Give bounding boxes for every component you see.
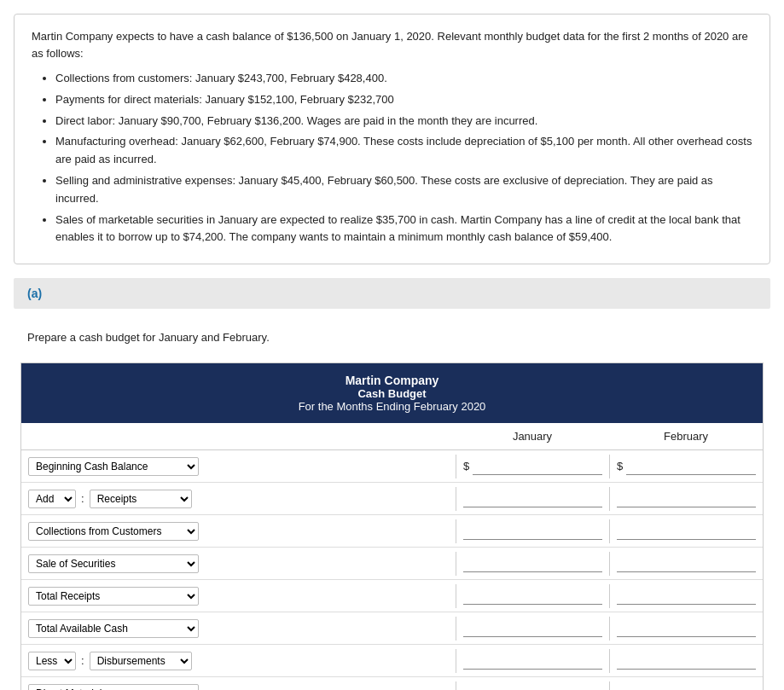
problem-box: Martin Company expects to have a cash ba…: [14, 14, 770, 264]
row-label-collections: Collections from Customers: [21, 517, 456, 546]
feb-input-total-receipts[interactable]: [617, 588, 756, 605]
budget-rows: Beginning Cash Balance$$AddLess:Receipts…: [21, 450, 763, 690]
jan-cell-collections: [456, 519, 609, 543]
label-column-header: [21, 423, 456, 449]
jan-cell-sale-securities: [456, 552, 609, 576]
label-select-total-available-cash[interactable]: Total Available Cash: [28, 619, 199, 638]
section-a-label: (a): [14, 278, 770, 309]
february-column-header: February: [609, 423, 763, 449]
label-select-sale-securities[interactable]: Sale of Securities: [28, 554, 199, 573]
feb-cell-less-disbursements: [609, 649, 763, 673]
feb-input-beginning-cash[interactable]: [626, 458, 756, 475]
company-name: Martin Company: [28, 374, 756, 387]
jan-input-add-receipts[interactable]: [463, 490, 602, 507]
label-select-direct-materials[interactable]: Direct Materials: [28, 684, 199, 690]
colon-add-receipts: :: [81, 492, 84, 505]
bullet-item: Selling and administrative expenses: Jan…: [55, 172, 752, 208]
label-select-beginning-cash[interactable]: Beginning Cash Balance: [28, 457, 199, 476]
jan-input-beginning-cash[interactable]: [473, 458, 602, 475]
feb-cell-add-receipts: [609, 487, 763, 511]
problem-bullets: Collections from customers: January $243…: [32, 70, 752, 246]
jan-input-total-receipts[interactable]: [463, 588, 602, 605]
feb-cell-sale-securities: [609, 552, 763, 576]
budget-row-beginning-cash: Beginning Cash Balance$$: [21, 450, 763, 483]
category-select-add-receipts[interactable]: ReceiptsDisbursements: [90, 490, 192, 508]
label-select-total-receipts[interactable]: Total Receipts: [28, 587, 199, 606]
budget-row-add-receipts: AddLess:ReceiptsDisbursements: [21, 483, 763, 515]
feb-dollar-beginning-cash: $: [617, 460, 623, 473]
prefix-select-less-disbursements[interactable]: LessAdd: [28, 652, 76, 670]
bullet-item: Manufacturing overhead: January $62,600,…: [55, 133, 752, 169]
category-select-less-disbursements[interactable]: DisbursementsReceipts: [90, 652, 192, 670]
row-label-total-receipts: Total Receipts: [21, 582, 456, 611]
feb-input-add-receipts[interactable]: [617, 490, 756, 507]
feb-input-direct-materials[interactable]: [617, 685, 756, 690]
prefix-select-add-receipts[interactable]: AddLess: [28, 490, 76, 508]
feb-cell-beginning-cash: $: [609, 455, 763, 478]
jan-input-total-available-cash[interactable]: [463, 620, 602, 637]
budget-row-total-available-cash: Total Available Cash: [21, 612, 763, 645]
bullet-item: Sales of marketable securities in Januar…: [55, 212, 752, 247]
feb-input-less-disbursements[interactable]: [617, 652, 756, 670]
feb-cell-total-available-cash: [609, 617, 763, 641]
budget-row-collections: Collections from Customers: [21, 515, 763, 548]
row-label-less-disbursements: LessAdd:DisbursementsReceipts: [21, 647, 456, 676]
problem-intro: Martin Company expects to have a cash ba…: [32, 28, 752, 61]
jan-cell-direct-materials: [456, 681, 609, 690]
row-label-total-available-cash: Total Available Cash: [21, 614, 456, 643]
feb-cell-collections: [609, 519, 763, 543]
budget-row-total-receipts: Total Receipts: [21, 580, 763, 612]
feb-input-sale-securities[interactable]: [617, 555, 756, 572]
feb-input-collections[interactable]: [617, 523, 756, 540]
bullet-item: Direct labor: January $90,700, February …: [55, 113, 752, 130]
feb-input-total-available-cash[interactable]: [617, 620, 756, 637]
jan-cell-add-receipts: [456, 487, 609, 511]
colon-less-disbursements: :: [81, 654, 84, 667]
instruction-text: Prepare a cash budget for January and Fe…: [14, 322, 770, 352]
feb-cell-total-receipts: [609, 584, 763, 608]
row-label-beginning-cash: Beginning Cash Balance: [21, 452, 456, 481]
budget-title: Cash Budget: [28, 387, 756, 400]
bullet-item: Payments for direct materials: January $…: [55, 91, 752, 109]
budget-header: Martin Company Cash Budget For the Month…: [21, 363, 763, 423]
row-label-sale-securities: Sale of Securities: [21, 549, 456, 578]
column-headers: January February: [21, 423, 763, 450]
budget-row-less-disbursements: LessAdd:DisbursementsReceipts: [21, 645, 763, 677]
january-column-header: January: [456, 423, 609, 449]
jan-input-direct-materials[interactable]: [463, 685, 602, 690]
jan-input-collections[interactable]: [463, 523, 602, 540]
jan-cell-beginning-cash: $: [456, 455, 609, 478]
jan-cell-less-disbursements: [456, 649, 609, 673]
jan-cell-total-available-cash: [456, 617, 609, 641]
bullet-item: Collections from customers: January $243…: [55, 70, 752, 88]
jan-input-sale-securities[interactable]: [463, 555, 602, 572]
label-select-collections[interactable]: Collections from Customers: [28, 522, 199, 541]
feb-cell-direct-materials: [609, 681, 763, 690]
page-wrapper: Martin Company expects to have a cash ba…: [0, 0, 784, 690]
row-label-direct-materials: Direct Materials: [21, 679, 456, 690]
row-label-add-receipts: AddLess:ReceiptsDisbursements: [21, 484, 456, 513]
budget-period: For the Months Ending February 2020: [28, 400, 756, 413]
jan-cell-total-receipts: [456, 584, 609, 608]
jan-dollar-beginning-cash: $: [463, 460, 469, 473]
budget-row-direct-materials: Direct Materials: [21, 677, 763, 690]
budget-container: Martin Company Cash Budget For the Month…: [20, 362, 764, 690]
budget-row-sale-securities: Sale of Securities: [21, 548, 763, 580]
jan-input-less-disbursements[interactable]: [463, 652, 602, 670]
